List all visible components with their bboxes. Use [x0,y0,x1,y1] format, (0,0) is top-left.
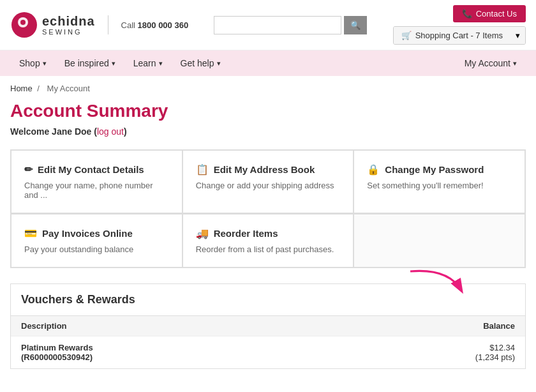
cart-icon: 🛒 [401,31,412,40]
contact-label: Contact Us [476,9,517,19]
card-desc-3: Set something you'll remember! [367,181,512,190]
reward-id: (R6000000530942) [21,352,93,362]
cart-label: Shopping Cart - 7 Items [415,31,503,40]
table-row: Platinum Rewards (R6000000530942) $12.34… [11,336,525,368]
card-desc-1: Change your name, phone number and ... [24,181,169,200]
cart-dropdown-button[interactable]: ▾ [510,27,525,44]
page-title: Account Summary [10,101,526,121]
phone-icon: 📞 [462,9,472,19]
card-title-3: 🔒 Change My Password [367,163,512,176]
truck-icon: 🚚 [196,227,209,239]
nav-be-inspired[interactable]: Be inspired [56,50,124,76]
vouchers-section: Vouchers & Rewards Description Balance P… [10,283,526,369]
card-title-1: ✏ Edit My Contact Details [24,163,169,176]
cards-row-1: ✏ Edit My Contact Details Change your na… [10,149,526,214]
brand-name: echidna [42,14,95,28]
nav-learn[interactable]: Learn [124,50,172,76]
card-desc-2: Change or add your shipping address [196,181,341,190]
breadcrumb-current: My Account [47,84,90,93]
call-info: Call 1800 000 360 [121,20,189,30]
main-content: Account Summary Welcome Jane Doe (log ou… [0,101,536,392]
logo-area: echidna SEWING Call 1800 000 360 [10,11,188,39]
col-balance: Balance [483,321,515,331]
logo-text: echidna SEWING [42,14,95,36]
top-bar: echidna SEWING Call 1800 000 360 🔍 📞 Con… [0,0,536,50]
breadcrumb-separator: / [37,84,40,93]
search-input[interactable] [214,16,341,34]
phone-number: 1800 000 360 [138,20,189,30]
card-title-2: 📋 Edit My Address Book [196,163,341,176]
lock-icon: 🔒 [367,163,380,176]
logo-divider [108,15,108,34]
card-empty [354,214,525,268]
card-title-4: 💳 Pay Invoices Online [24,227,169,239]
card-address-book[interactable]: 📋 Edit My Address Book Change or add you… [182,150,354,213]
nav-left: Shop Be inspired Learn Get help [10,50,230,76]
credit-card-icon: 💳 [24,227,37,239]
cart-wrapper: 🛒 Shopping Cart - 7 Items ▾ [393,26,526,45]
search-area: 🔍 [214,16,367,34]
welcome-label: Welcome Jane Doe [10,126,91,137]
cart-button[interactable]: 🛒 Shopping Cart - 7 Items [394,27,510,44]
card-contact-details[interactable]: ✏ Edit My Contact Details Change your na… [11,150,182,213]
search-button[interactable]: 🔍 [344,16,367,34]
card-reorder-items[interactable]: 🚚 Reorder Items Reorder from a list of p… [182,214,354,268]
logout-link[interactable]: log out [97,126,124,137]
cards-row-2: 💳 Pay Invoices Online Pay your outstandi… [10,214,526,268]
card-change-password[interactable]: 🔒 Change My Password Set something you'l… [354,150,525,213]
nav-get-help[interactable]: Get help [172,50,230,76]
card-pay-invoices[interactable]: 💳 Pay Invoices Online Pay your outstandi… [11,214,182,268]
balance-points: (1,234 pts) [475,352,515,362]
pink-arrow-icon [398,265,474,303]
contact-us-button[interactable]: 📞 Contact Us [453,5,526,22]
pencil-icon: ✏ [24,163,33,176]
nav-bar: Shop Be inspired Learn Get help My Accou… [0,50,536,76]
vouchers-header: Vouchers & Rewards [11,284,525,315]
breadcrumb-home[interactable]: Home [10,84,33,93]
welcome-text: Welcome Jane Doe (log out) [10,126,526,137]
vouchers-title: Vouchers & Rewards [21,293,135,306]
brand-sub: SEWING [42,28,95,36]
reward-balance: $12.34 (1,234 pts) [475,343,515,362]
address-book-icon: 📋 [196,163,209,176]
balance-amount: $12.34 [475,343,515,352]
nav-shop[interactable]: Shop [10,50,56,76]
card-desc-5: Reorder from a list of past purchases. [196,245,341,254]
card-title-5: 🚚 Reorder Items [196,227,341,239]
logo[interactable]: echidna SEWING [10,11,95,39]
col-description: Description [21,321,67,331]
breadcrumb: Home / My Account [0,76,536,101]
reward-name: Platinum Rewards [21,343,93,352]
logo-icon [10,11,38,39]
reward-description: Platinum Rewards (R6000000530942) [21,343,93,362]
svg-point-2 [20,20,26,25]
nav-right: My Account [456,50,526,76]
top-right: 📞 Contact Us 🛒 Shopping Cart - 7 Items ▾ [393,5,526,45]
table-header: Description Balance [11,315,525,336]
card-desc-4: Pay your outstanding balance [24,245,169,254]
my-account-nav[interactable]: My Account [456,50,526,76]
